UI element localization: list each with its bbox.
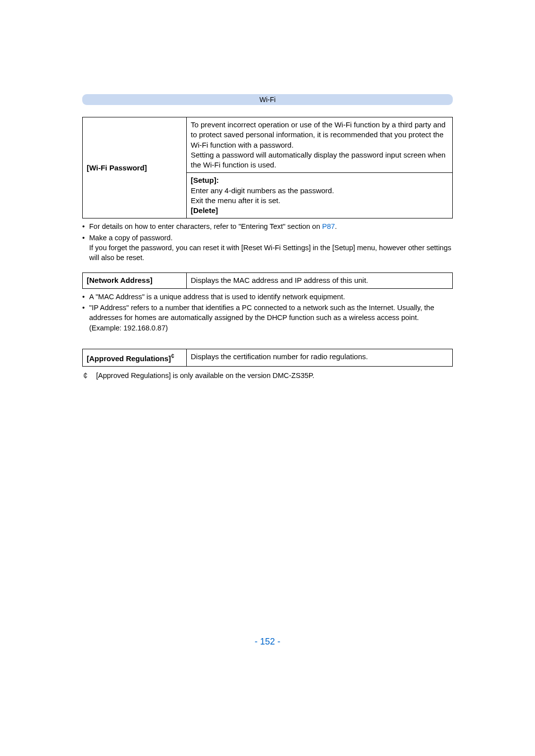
footnote: ¢ [Approved Regulations] is only availab… — [82, 372, 453, 380]
note-entering-text: For details on how to enter characters, … — [82, 221, 453, 231]
note-copy-line2: If you forget the password, you can rese… — [89, 243, 453, 263]
network-address-label: [Network Address] — [83, 273, 187, 288]
footnote-star-icon: ¢ — [82, 372, 93, 380]
wifi-password-label: [Wi-Fi Password] — [83, 117, 187, 218]
manual-page: Wi-Fi [Wi-Fi Password] To prevent incorr… — [0, 0, 535, 756]
note-prefix: For details on how to enter characters, … — [89, 222, 322, 230]
note-copy-line1: Make a copy of password. — [89, 234, 172, 242]
approved-regulations-desc: Displays the certification number for ra… — [187, 349, 453, 366]
setup-label: [Setup]: — [191, 176, 219, 184]
network-address-table: [Network Address] Displays the MAC addre… — [82, 272, 453, 288]
wifi-password-options: [Setup]: Enter any 4-digit numbers as th… — [187, 173, 453, 218]
note-mac-address: A "MAC Address" is a unique address that… — [82, 292, 453, 302]
note-ip-address: "IP Address" refers to a number that ide… — [82, 303, 453, 333]
approved-regulations-table: [Approved Regulations]¢ Displays the cer… — [82, 349, 453, 367]
footnote-text: [Approved Regulations] is only available… — [93, 372, 453, 379]
note-copy-password: Make a copy of password. If you forget t… — [82, 233, 453, 263]
network-address-notes: A "MAC Address" is a unique address that… — [82, 292, 453, 333]
section-title: Wi-Fi — [260, 96, 276, 104]
section-header: Wi-Fi — [82, 94, 453, 105]
star-icon: ¢ — [171, 352, 174, 360]
setup-text: Enter any 4-digit numbers as the passwor… — [191, 186, 334, 205]
wifi-password-notes: For details on how to enter characters, … — [82, 221, 453, 263]
wifi-password-desc: To prevent incorrect operation or use of… — [187, 117, 453, 173]
approved-regulations-label: [Approved Regulations]¢ — [83, 349, 187, 366]
delete-label: [Delete] — [191, 206, 218, 215]
note-suffix: . — [335, 222, 337, 230]
approved-reg-text: [Approved Regulations] — [87, 354, 171, 363]
page-link-p87[interactable]: P87 — [322, 222, 335, 230]
wifi-password-table: [Wi-Fi Password] To prevent incorrect op… — [82, 117, 453, 218]
page-number: - 152 - — [0, 637, 535, 647]
network-address-desc: Displays the MAC address and IP address … — [187, 273, 453, 288]
content-area: Wi-Fi [Wi-Fi Password] To prevent incorr… — [0, 0, 535, 380]
